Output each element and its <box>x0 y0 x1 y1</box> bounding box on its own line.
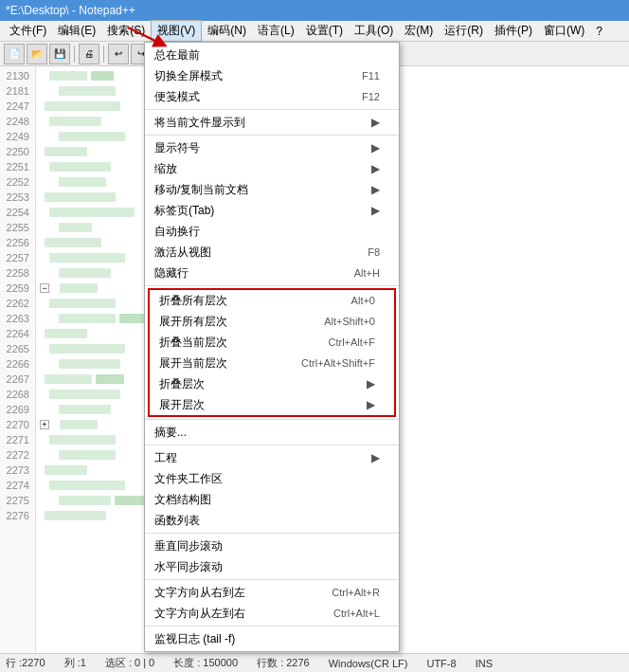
code-block <box>59 268 111 278</box>
menu-macro[interactable]: 宏(M) <box>399 21 439 41</box>
view-menu-item-folder-workspace[interactable]: 文件夹工作区 <box>145 468 399 489</box>
fold-icon[interactable]: − <box>40 283 49 293</box>
line-number: 2248 <box>0 114 35 129</box>
menu-window[interactable]: 窗口(W) <box>538 21 590 41</box>
view-menu-item-word-wrap[interactable]: 自动换行 <box>145 221 399 242</box>
menu-item-label: 标签页(Tab) <box>154 203 214 219</box>
view-menu-item-collapse-level[interactable]: 折叠层次▶ <box>150 373 394 394</box>
menu-item-right: ▶ <box>371 183 380 196</box>
line-number: 2271 <box>0 432 35 447</box>
menu-encode[interactable]: 编码(N) <box>202 21 252 41</box>
menu-file[interactable]: 文件(F) <box>4 21 52 41</box>
toolbar-print[interactable]: 🖨 <box>79 44 99 64</box>
menu-plugins[interactable]: 插件(P) <box>489 21 538 41</box>
code-block <box>45 511 106 520</box>
menu-item-label: 摘要... <box>154 425 187 441</box>
menu-edit[interactable]: 编辑(E) <box>52 21 101 41</box>
code-block <box>60 283 98 293</box>
view-menu-item-postit[interactable]: 便笺模式F12 <box>145 86 399 107</box>
menu-item-label: 工程 <box>154 450 177 466</box>
toolbar-undo[interactable]: ↩ <box>108 44 129 64</box>
view-menu-item-ltr[interactable]: 文字方向从左到右Ctrl+Alt+L <box>145 603 399 624</box>
menu-separator <box>145 626 399 627</box>
view-menu-item-expand-all[interactable]: 展开所有层次Alt+Shift+0 <box>150 311 394 332</box>
view-menu-item-zoom[interactable]: 缩放▶ <box>145 158 399 179</box>
code-block <box>45 147 87 156</box>
menu-item-right: Ctrl+Alt+Shift+F <box>301 357 375 369</box>
view-menu-item-tab[interactable]: 标签页(Tab)▶ <box>145 200 399 221</box>
view-menu-item-func-list[interactable]: 函数列表 <box>145 510 399 531</box>
line-number: 2263 <box>0 311 35 326</box>
view-menu-item-always-on-top[interactable]: 总在最前 <box>145 45 399 65</box>
view-menu-item-project[interactable]: 工程▶ <box>145 447 399 468</box>
menu-run[interactable]: 运行(R) <box>439 21 489 41</box>
menu-item-label: 函数列表 <box>154 513 200 529</box>
code-block <box>59 314 116 323</box>
line-number: 2253 <box>0 190 35 205</box>
view-menu-item-show-symbol[interactable]: 显示符号▶ <box>145 137 399 158</box>
view-menu-item-activate-clone[interactable]: 激活从视图F8 <box>145 242 399 263</box>
menu-item-right: ▶ <box>371 204 380 217</box>
view-menu-dropdown[interactable]: 总在最前切换全屏模式F11便笺模式F12将当前文件显示到▶显示符号▶缩放▶移动/… <box>144 42 400 652</box>
menu-item-label: 总在最前 <box>154 47 200 64</box>
menu-item-label: 缩放 <box>154 161 177 177</box>
view-menu-item-sync-scroll-v[interactable]: 垂直同步滚动 <box>145 536 399 556</box>
menu-item-label: 自动换行 <box>154 224 200 240</box>
menu-lang[interactable]: 语言(L) <box>252 21 300 41</box>
line-number: 2272 <box>0 447 35 463</box>
line-number: 2249 <box>0 129 35 144</box>
menu-item-label: 文件夹工作区 <box>154 471 223 487</box>
view-menu-item-expand-current[interactable]: 展开当前层次Ctrl+Alt+Shift+F <box>150 353 394 373</box>
line-number: 2273 <box>0 463 35 478</box>
view-menu-item-tail[interactable]: 监视日志 (tail -f) <box>145 628 399 649</box>
menu-item-right: Ctrl+Alt+R <box>332 587 380 598</box>
status-ins: INS <box>476 658 493 669</box>
view-menu-item-show-current[interactable]: 将当前文件显示到▶ <box>145 112 399 133</box>
line-number: 2275 <box>0 493 35 508</box>
view-menu-item-doc-map[interactable]: 文档结构图 <box>145 489 399 510</box>
line-number: 2181 <box>0 83 35 99</box>
view-menu-item-collapse-current[interactable]: 折叠当前层次Ctrl+Alt+F <box>150 332 394 353</box>
code-block-extra <box>96 374 124 384</box>
code-block <box>59 86 116 96</box>
fold-icon[interactable]: + <box>40 420 49 429</box>
menu-item-right: Alt+0 <box>351 295 375 306</box>
code-block <box>59 450 116 460</box>
view-menu-item-fullscreen[interactable]: 切换全屏模式F11 <box>145 65 399 86</box>
menu-item-right: ▶ <box>367 377 375 390</box>
code-block <box>59 132 125 141</box>
line-number: 2264 <box>0 326 35 341</box>
status-bar: 行 :2270 列 :1 选区 : 0 | 0 长度 : 150000 行数 :… <box>0 653 629 672</box>
view-menu-item-expand-level[interactable]: 展开层次▶ <box>150 394 394 415</box>
menu-tools[interactable]: 工具(O) <box>349 21 399 41</box>
view-menu-item-move-copy[interactable]: 移动/复制当前文档▶ <box>145 179 399 200</box>
status-col: 列 :1 <box>64 656 86 670</box>
menu-separator <box>145 579 399 580</box>
toolbar-save[interactable]: 💾 <box>49 44 70 64</box>
code-block-extra <box>115 496 146 505</box>
code-block <box>49 390 120 399</box>
status-len: 长度 : 150000 <box>173 656 238 670</box>
view-menu-item-summary[interactable]: 摘要... <box>145 422 399 443</box>
view-menu-item-collapse-all[interactable]: 折叠所有层次Alt+0 <box>150 290 394 311</box>
code-block <box>49 344 125 354</box>
view-menu-item-rtl[interactable]: 文字方向从右到左Ctrl+Alt+R <box>145 582 399 603</box>
line-number: 2256 <box>0 235 35 250</box>
menu-item-label: 折叠当前层次 <box>159 335 227 351</box>
menu-view[interactable]: 视图(V) <box>151 20 202 42</box>
line-number: 2270 <box>0 417 35 432</box>
view-menu-item-hide-lines[interactable]: 隐藏行Alt+H <box>145 263 399 283</box>
status-sel: 选区 : 0 | 0 <box>105 656 154 670</box>
menu-item-label: 文字方向从右到左 <box>154 585 245 601</box>
menu-separator <box>145 109 399 110</box>
code-block-extra <box>91 71 114 81</box>
status-eol: Windows(CR LF) <box>329 658 408 669</box>
menu-bar: 文件(F) 编辑(E) 搜索(S) 视图(V) 编码(N) 语言(L) 设置(T… <box>0 21 629 42</box>
menu-search[interactable]: 搜索(S) <box>101 21 151 41</box>
line-number: 2258 <box>0 265 35 281</box>
menu-settings[interactable]: 设置(T) <box>300 21 349 41</box>
view-menu-item-sync-scroll-h[interactable]: 水平同步滚动 <box>145 556 399 577</box>
toolbar-open[interactable]: 📂 <box>27 44 47 64</box>
menu-help[interactable]: ? <box>590 23 608 40</box>
toolbar-new[interactable]: 📄 <box>4 44 25 64</box>
